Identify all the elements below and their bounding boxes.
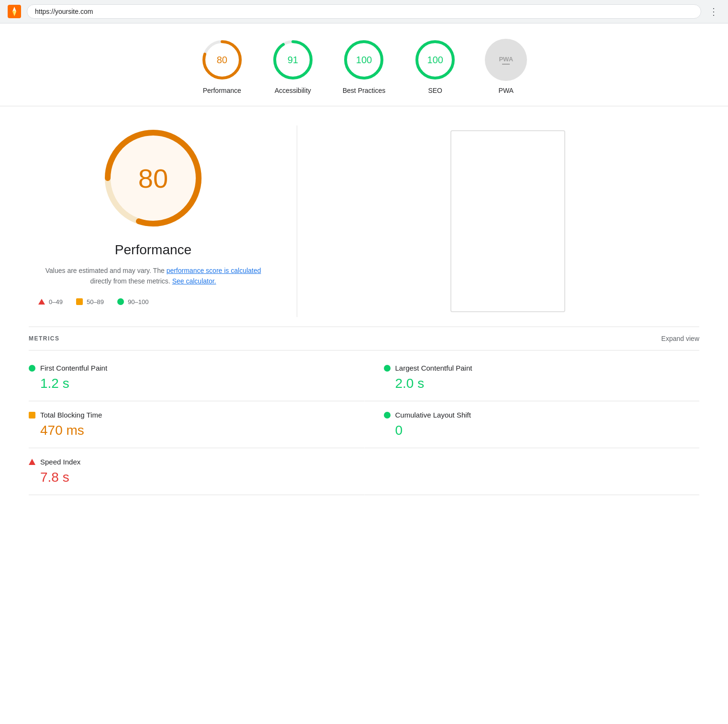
lcp-label: Largest Contentful Paint [395, 364, 472, 372]
tbt-status-square [29, 412, 35, 419]
metrics-header: METRICS Expand view [29, 327, 699, 351]
perf-desc-text1: Values are estimated and may vary. The [45, 267, 167, 274]
perf-score-link[interactable]: performance score is calculated [167, 267, 261, 274]
perf-calculator-link[interactable]: See calculator. [172, 277, 216, 285]
metric-cls: Cumulative Layout Shift 0 [364, 401, 700, 448]
legend-range-red: 0–49 [49, 298, 63, 305]
seo-label: SEO [428, 87, 442, 94]
lcp-status-dot [384, 365, 391, 372]
metric-lcp-name-row: Largest Contentful Paint [384, 364, 690, 372]
metric-tbt: Total Blocking Time 470 ms [29, 401, 364, 448]
left-panel: 80 Performance Values are estimated and … [29, 125, 278, 317]
fcp-label: First Contentful Paint [40, 364, 107, 372]
accessibility-score: 91 [288, 55, 298, 66]
legend-range-green: 90–100 [128, 298, 148, 305]
score-legend: 0–49 50–89 90–100 [29, 298, 148, 305]
browser-menu-icon[interactable]: ⋮ [707, 4, 720, 19]
metrics-title: METRICS [29, 335, 60, 342]
big-performance-score: 80 [138, 163, 168, 194]
metric-cls-name-row: Cumulative Layout Shift [384, 411, 690, 419]
performance-description: Values are estimated and may vary. The p… [43, 265, 263, 287]
score-item-pwa: PWA PWA [485, 39, 527, 94]
big-performance-circle: 80 [101, 125, 206, 231]
orange-square-icon [76, 298, 83, 305]
pwa-label: PWA [499, 87, 514, 94]
legend-range-orange: 50–89 [87, 298, 104, 305]
metric-si-empty [364, 448, 700, 495]
right-panel [316, 125, 699, 317]
vertical-divider [297, 125, 297, 317]
fcp-status-dot [29, 365, 35, 372]
si-status-triangle [29, 459, 35, 465]
fcp-value: 1.2 s [29, 376, 355, 391]
url-bar[interactable]: https://yoursite.com [27, 4, 701, 19]
perf-desc-text2: directly from these metrics. [90, 277, 172, 285]
score-item-best-practices: 100 Best Practices [343, 39, 385, 94]
metric-si: Speed Index 7.8 s [29, 448, 364, 495]
score-item-accessibility: 91 Accessibility [272, 39, 314, 94]
score-item-seo: 100 SEO [414, 39, 456, 94]
legend-item-green: 90–100 [117, 298, 148, 305]
legend-item-red: 0–49 [38, 298, 63, 305]
metric-tbt-name-row: Total Blocking Time [29, 411, 355, 419]
best-practices-label: Best Practices [343, 87, 385, 94]
score-item-performance: 80 Performance [201, 39, 243, 94]
performance-circle: 80 [201, 39, 243, 81]
seo-circle: 100 [414, 39, 456, 81]
red-triangle-icon [38, 299, 45, 305]
accessibility-circle: 91 [272, 39, 314, 81]
tbt-label: Total Blocking Time [40, 411, 102, 419]
green-circle-icon [117, 298, 124, 305]
cls-label: Cumulative Layout Shift [395, 411, 471, 419]
metric-si-name-row: Speed Index [29, 458, 355, 466]
pwa-text: PWA [499, 56, 513, 63]
performance-title: Performance [115, 242, 191, 258]
expand-view-button[interactable]: Expand view [661, 335, 699, 342]
metric-fcp: First Contentful Paint 1.2 s [29, 354, 364, 401]
performance-score: 80 [217, 55, 227, 66]
best-practices-circle: 100 [343, 39, 385, 81]
seo-score: 100 [427, 55, 443, 66]
lcp-value: 2.0 s [384, 376, 690, 391]
cls-status-dot [384, 412, 391, 419]
screenshot-placeholder [450, 130, 565, 312]
performance-label: Performance [203, 87, 241, 94]
app-icon [8, 5, 21, 18]
pwa-dash [502, 64, 510, 65]
si-label: Speed Index [40, 458, 80, 466]
cls-value: 0 [384, 423, 690, 438]
score-header: 80 Performance 91 Accessibility 100 Best… [0, 23, 728, 106]
accessibility-label: Accessibility [275, 87, 311, 94]
si-value: 7.8 s [29, 470, 355, 485]
best-practices-score: 100 [356, 55, 372, 66]
metrics-section: METRICS Expand view First Contentful Pai… [0, 327, 728, 514]
metric-lcp: Largest Contentful Paint 2.0 s [364, 354, 700, 401]
metrics-grid: First Contentful Paint 1.2 s Largest Con… [29, 354, 699, 495]
tbt-value: 470 ms [29, 423, 355, 438]
browser-bar: https://yoursite.com ⋮ [0, 0, 728, 23]
legend-item-orange: 50–89 [76, 298, 104, 305]
metric-fcp-name-row: First Contentful Paint [29, 364, 355, 372]
pwa-circle: PWA [485, 39, 527, 81]
